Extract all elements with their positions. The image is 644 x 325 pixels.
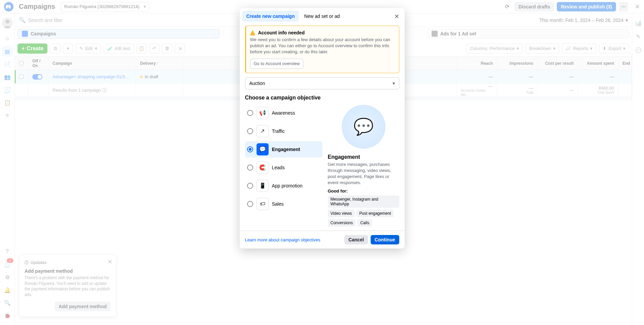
- modal-tab-new-campaign[interactable]: Create new campaign: [242, 11, 299, 22]
- radio-icon: [247, 165, 253, 171]
- objective-icon: 🏷: [257, 198, 269, 210]
- radio-icon: [247, 146, 253, 152]
- objective-traffic[interactable]: ↗Traffic: [245, 123, 323, 139]
- chip: Messenger, Instagram and WhatsApp: [328, 196, 399, 208]
- go-to-overview-button[interactable]: Go to Account overview: [250, 59, 304, 69]
- modal-tab-new-adset[interactable]: New ad set or ad: [300, 11, 344, 22]
- cancel-button[interactable]: Cancel: [344, 235, 368, 244]
- objective-detail-title: Engagement: [328, 154, 399, 160]
- objective-app-promotion[interactable]: 📱App promotion: [245, 178, 323, 194]
- chip: Conversions: [328, 219, 356, 227]
- objective-awareness[interactable]: 📢Awareness: [245, 105, 323, 121]
- modal-overlay: Create new campaign New ad set or ad ✕ A…: [0, 0, 644, 325]
- objective-leads[interactable]: 🧲Leads: [245, 159, 323, 176]
- objective-engagement[interactable]: 💬Engagement: [245, 141, 323, 157]
- warning-icon: [250, 30, 256, 35]
- create-campaign-modal: Create new campaign New ad set or ad ✕ A…: [240, 8, 405, 248]
- continue-button[interactable]: Continue: [371, 235, 399, 244]
- account-info-alert: Account info needed We need you to confi…: [245, 26, 399, 73]
- learn-more-link[interactable]: Learn more about campaign objectives: [245, 237, 320, 242]
- objective-sales[interactable]: 🏷Sales: [245, 196, 323, 212]
- objective-heading: Choose a campaign objective: [245, 95, 399, 101]
- objective-icon: ↗: [257, 125, 269, 137]
- objective-icon: 🧲: [257, 161, 269, 174]
- radio-icon: [247, 128, 253, 134]
- objective-icon: 💬: [257, 143, 269, 155]
- modal-close-icon[interactable]: ✕: [394, 13, 399, 20]
- objective-icon: 📱: [257, 180, 269, 192]
- buying-type-select[interactable]: Auction: [245, 77, 399, 89]
- chip: Video views: [328, 210, 355, 217]
- chip: Calls: [358, 219, 372, 227]
- engagement-illustration: 💬: [342, 105, 385, 149]
- objective-icon: 📢: [257, 107, 269, 119]
- radio-icon: [247, 110, 253, 116]
- radio-icon: [247, 201, 253, 207]
- radio-icon: [247, 183, 253, 189]
- chip: Post engagement: [357, 210, 394, 217]
